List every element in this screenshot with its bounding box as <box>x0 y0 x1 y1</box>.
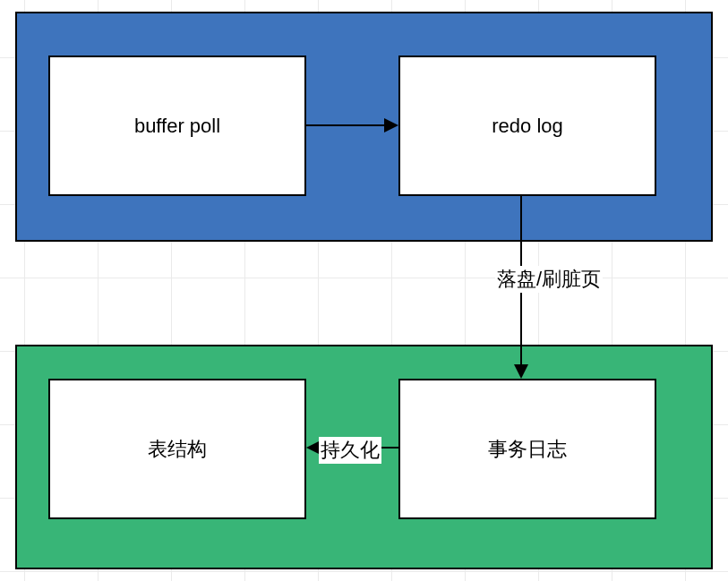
box-table-struct-label: 表结构 <box>148 436 207 463</box>
box-redo-log-label: redo log <box>492 115 563 138</box>
edge-label-persist: 持久化 <box>319 437 381 464</box>
box-redo-log: redo log <box>398 56 656 196</box>
edge-label-flush: 落盘/刷脏页 <box>495 266 603 293</box>
box-table-struct: 表结构 <box>48 379 306 519</box>
box-buffer-poll: buffer poll <box>48 56 306 196</box>
box-tx-log-label: 事务日志 <box>488 436 567 463</box>
box-buffer-poll-label: buffer poll <box>134 115 220 138</box>
box-tx-log: 事务日志 <box>398 379 656 519</box>
